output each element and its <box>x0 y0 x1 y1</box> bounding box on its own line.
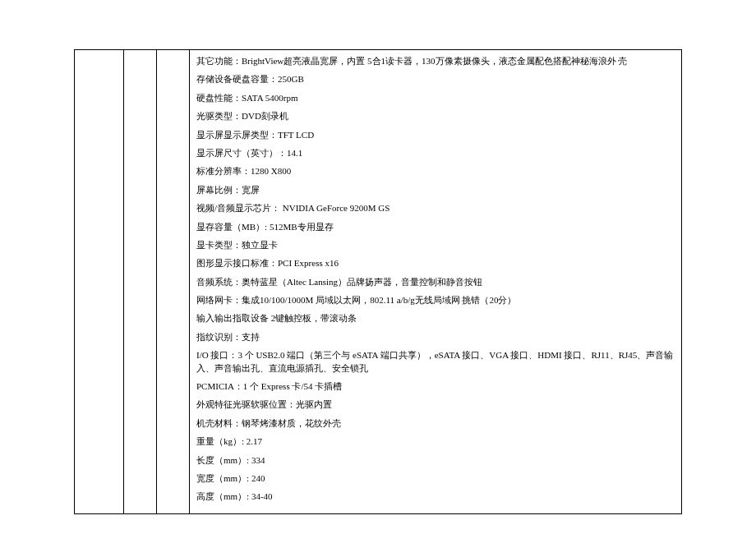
spec-line: 显示屏显示屏类型：TFT LCD <box>196 129 675 141</box>
spec-line: 图形显示接口标准：PCI Express x16 <box>196 257 675 269</box>
cell-specs: 其它功能：BrightView超亮液晶宽屏，内置 5合1读卡器，130万像素摄像… <box>190 50 682 514</box>
spec-line: 输入输出指取设备 2键触控板，带滚动条 <box>196 312 675 325</box>
cell-col2 <box>124 50 157 514</box>
spec-line: 硬盘性能：SATA 5400rpm <box>196 92 675 104</box>
spec-line: 长度（mm）: 334 <box>196 454 675 467</box>
spec-line: 机壳材料：钢琴烤漆材质，花纹外壳 <box>196 417 675 430</box>
spec-line: 视频/音频显示芯片： NVIDIA GeForce 9200M GS <box>196 202 675 214</box>
page-container: 其它功能：BrightView超亮液晶宽屏，内置 5合1读卡器，130万像素摄像… <box>0 0 756 531</box>
spec-line: 网络网卡：集成10/100/1000M 局域以太网，802.11 a/b/g无线… <box>196 294 675 306</box>
spec-table: 其它功能：BrightView超亮液晶宽屏，内置 5合1读卡器，130万像素摄像… <box>74 49 682 514</box>
spec-line: PCMICIA：1 个 Express 卡/54 卡插槽 <box>196 380 675 393</box>
spec-line: 存储设备硬盘容量：250GB <box>196 73 675 85</box>
spec-line: 屏幕比例：宽屏 <box>196 184 675 196</box>
spec-line: 标准分辨率：1280 X800 <box>196 165 675 177</box>
spec-line: 显卡类型：独立显卡 <box>196 239 675 251</box>
spec-line: 显示屏尺寸（英寸）：14.1 <box>196 147 675 159</box>
spec-line: 音频系统：奥特蓝星（Altec Lansing）品牌扬声器，音量控制和静音按钮 <box>196 276 675 288</box>
table-row: 其它功能：BrightView超亮液晶宽屏，内置 5合1读卡器，130万像素摄像… <box>75 50 682 514</box>
cell-col3 <box>157 50 190 514</box>
spec-line: 指纹识别：支持 <box>196 331 675 343</box>
spec-line: 重量（kg）: 2.17 <box>196 435 675 448</box>
cell-col1 <box>75 50 124 514</box>
spec-line: 光驱类型：DVD刻录机 <box>196 110 675 122</box>
spec-line: I/O 接口：3 个 USB2.0 端口（第三个与 eSATA 端口共享），eS… <box>196 349 675 375</box>
spec-line: 高度（mm）: 34-40 <box>196 490 675 503</box>
spec-line: 显存容量（MB）: 512MB专用显存 <box>196 221 675 233</box>
spec-line: 其它功能：BrightView超亮液晶宽屏，内置 5合1读卡器，130万像素摄像… <box>196 55 675 67</box>
spec-line: 外观特征光驱软驱位置：光驱内置 <box>196 398 675 411</box>
spec-line: 宽度（mm）: 240 <box>196 472 675 485</box>
